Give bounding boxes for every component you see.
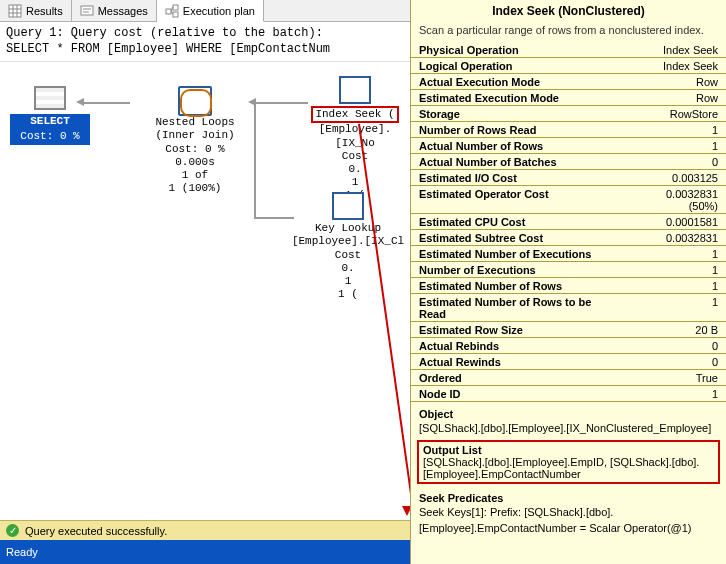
property-value: 0.0032831 bbox=[626, 230, 726, 246]
tab-messages-label: Messages bbox=[98, 5, 148, 17]
tab-execplan-label: Execution plan bbox=[183, 5, 255, 17]
tooltip-property-row: Estimated Row Size20 B bbox=[411, 322, 726, 338]
property-value: 1 bbox=[626, 278, 726, 294]
tab-results[interactable]: Results bbox=[0, 0, 72, 21]
tooltip-property-row: Actual Rebinds0 bbox=[411, 338, 726, 354]
tooltip-property-row: Logical OperationIndex Seek bbox=[411, 58, 726, 74]
lookup-cost: Cost bbox=[286, 249, 410, 262]
loops-title: Nested Loops bbox=[120, 116, 270, 129]
property-value: 1 bbox=[626, 262, 726, 278]
tooltip-property-row: Estimated CPU Cost0.0001581 bbox=[411, 214, 726, 230]
connector bbox=[82, 102, 130, 104]
execution-plan-icon bbox=[165, 4, 179, 18]
result-tabs: Results Messages Execution plan bbox=[0, 0, 410, 22]
property-value: 1 bbox=[626, 386, 726, 402]
property-value: Index Seek bbox=[626, 58, 726, 74]
tab-messages[interactable]: Messages bbox=[72, 0, 157, 21]
property-key: Estimated I/O Cost bbox=[411, 170, 626, 186]
nested-loops-icon bbox=[178, 86, 212, 116]
property-value: Index Seek bbox=[626, 42, 726, 58]
operator-tooltip: Index Seek (NonClustered) Scan a particu… bbox=[410, 0, 726, 564]
tooltip-property-row: Estimated Operator Cost0.0032831 (50%) bbox=[411, 186, 726, 214]
select-cost: Cost: 0 % bbox=[10, 129, 90, 144]
execution-plan-canvas[interactable]: SELECT Cost: 0 % Nested Loops (Inner Joi… bbox=[0, 62, 410, 492]
tab-execution-plan[interactable]: Execution plan bbox=[157, 0, 264, 22]
property-key: Physical Operation bbox=[411, 42, 626, 58]
property-value: 1 bbox=[626, 294, 726, 322]
property-value: 0 bbox=[626, 338, 726, 354]
index-seek-icon bbox=[339, 76, 371, 104]
tab-results-label: Results bbox=[26, 5, 63, 17]
property-key: Actual Number of Batches bbox=[411, 154, 626, 170]
seek-predicates-value1: Seek Keys[1]: Prefix: [SQLShack].[dbo]. bbox=[411, 506, 726, 522]
tooltip-property-row: Actual Number of Rows1 bbox=[411, 138, 726, 154]
seek-title: Index Seek ( bbox=[311, 106, 398, 123]
output-list-value: [SQLShack].[dbo].[Employee].EmpID, [SQLS… bbox=[423, 456, 714, 480]
svg-rect-8 bbox=[166, 9, 171, 14]
loops-cost: Cost: 0 % bbox=[120, 143, 270, 156]
property-value: 1 bbox=[626, 138, 726, 154]
property-value: 0.0032831 (50%) bbox=[626, 186, 726, 214]
tooltip-property-row: Number of Executions1 bbox=[411, 262, 726, 278]
tooltip-property-row: Estimated Execution ModeRow bbox=[411, 90, 726, 106]
output-list-highlight: Output List [SQLShack].[dbo].[Employee].… bbox=[417, 440, 720, 484]
tooltip-title: Index Seek (NonClustered) bbox=[411, 0, 726, 22]
property-key: Number of Executions bbox=[411, 262, 626, 278]
property-key: Actual Rewinds bbox=[411, 354, 626, 370]
grid-icon bbox=[8, 4, 22, 18]
property-value: 20 B bbox=[626, 322, 726, 338]
query-header: Query 1: Query cost (relative to the bat… bbox=[0, 22, 410, 62]
output-list-label: Output List bbox=[423, 444, 714, 456]
property-key: Estimated Subtree Cost bbox=[411, 230, 626, 246]
lookup-rows: 1 bbox=[286, 275, 410, 288]
plan-node-select[interactable]: SELECT Cost: 0 % bbox=[10, 86, 90, 144]
svg-rect-10 bbox=[173, 12, 178, 17]
loops-sub: (Inner Join) bbox=[120, 129, 270, 142]
plan-node-index-seek[interactable]: Index Seek ( [Employee].[IX_No Cost 0. 1… bbox=[300, 76, 410, 202]
status-bar: ✓ Query executed successfully. bbox=[0, 520, 410, 540]
svg-rect-9 bbox=[173, 5, 178, 10]
property-key: Actual Execution Mode bbox=[411, 74, 626, 90]
property-key: Ordered bbox=[411, 370, 626, 386]
lookup-title: Key Lookup bbox=[286, 222, 410, 235]
property-key: Storage bbox=[411, 106, 626, 122]
connector bbox=[254, 217, 294, 219]
property-key: Actual Rebinds bbox=[411, 338, 626, 354]
property-value: 1 bbox=[626, 246, 726, 262]
property-key: Node ID bbox=[411, 386, 626, 402]
lookup-obj: [Employee].[IX_Cl bbox=[286, 235, 410, 248]
lookup-time: 0. bbox=[286, 262, 410, 275]
property-key: Estimated Execution Mode bbox=[411, 90, 626, 106]
property-value: True bbox=[626, 370, 726, 386]
ready-text: Ready bbox=[6, 546, 38, 558]
svg-rect-5 bbox=[81, 6, 93, 15]
loops-time: 0.000s bbox=[120, 156, 270, 169]
property-value: 0 bbox=[626, 154, 726, 170]
select-result-icon bbox=[34, 86, 66, 110]
svg-rect-0 bbox=[9, 5, 21, 17]
tooltip-property-row: OrderedTrue bbox=[411, 370, 726, 386]
property-key: Estimated Row Size bbox=[411, 322, 626, 338]
object-value: [SQLShack].[dbo].[Employee].[IX_NonClust… bbox=[411, 422, 726, 438]
tooltip-properties-table: Physical OperationIndex SeekLogical Oper… bbox=[411, 42, 726, 402]
property-key: Estimated Number of Rows bbox=[411, 278, 626, 294]
tooltip-property-row: Estimated Number of Rows to be Read1 bbox=[411, 294, 726, 322]
seek-predicates-value2: [Employee].EmpContactNumber = Scalar Ope… bbox=[411, 522, 726, 538]
seek-cost: Cost bbox=[300, 150, 410, 163]
property-value: 0 bbox=[626, 354, 726, 370]
tooltip-property-row: Estimated Number of Executions1 bbox=[411, 246, 726, 262]
property-key: Logical Operation bbox=[411, 58, 626, 74]
tooltip-property-row: Estimated Subtree Cost0.0032831 bbox=[411, 230, 726, 246]
tooltip-property-row: Estimated Number of Rows1 bbox=[411, 278, 726, 294]
select-label: SELECT bbox=[10, 114, 90, 129]
tooltip-property-row: Node ID1 bbox=[411, 386, 726, 402]
lookup-pct: 1 ( bbox=[286, 288, 410, 301]
seek-time: 0. bbox=[300, 163, 410, 176]
plan-node-key-lookup[interactable]: Key Lookup [Employee].[IX_Cl Cost 0. 1 1… bbox=[286, 192, 410, 301]
tooltip-property-row: Actual Rewinds0 bbox=[411, 354, 726, 370]
seek-obj: [Employee].[IX_No bbox=[300, 123, 410, 149]
property-key: Actual Number of Rows bbox=[411, 138, 626, 154]
tooltip-property-row: Actual Number of Batches0 bbox=[411, 154, 726, 170]
success-icon: ✓ bbox=[6, 524, 19, 537]
loops-pct: 1 (100%) bbox=[120, 182, 270, 195]
